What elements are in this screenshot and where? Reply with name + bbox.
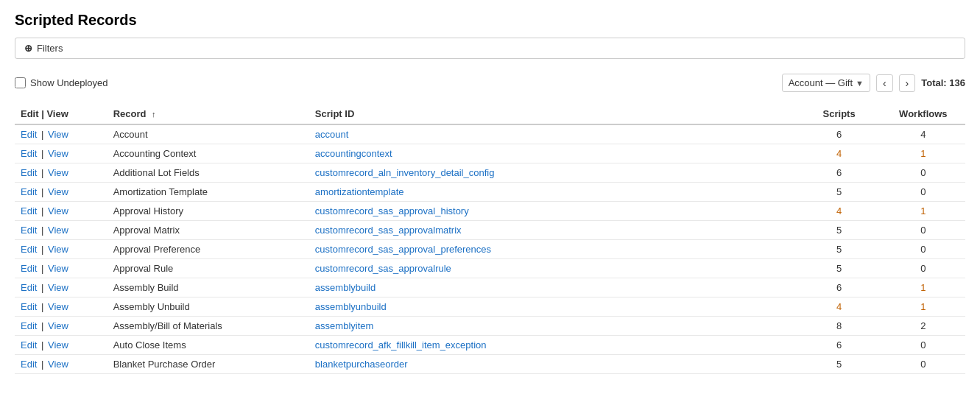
cell-scripts: 4 — [797, 144, 881, 163]
scripts-link[interactable]: 4 — [836, 301, 842, 312]
script-id-link[interactable]: assemblyunbuild — [315, 301, 387, 312]
cell-workflows: 0 — [881, 336, 965, 355]
filters-bar[interactable]: ⊕ Filters — [15, 38, 965, 59]
view-link[interactable]: View — [48, 282, 68, 293]
cell-record: Approval Rule — [107, 259, 309, 278]
script-id-link[interactable]: customrecord_aln_inventory_detail_config — [315, 167, 495, 178]
table-row: Edit | ViewAssembly Buildassemblybuild61 — [15, 278, 965, 297]
edit-link[interactable]: Edit — [21, 359, 37, 370]
col-header-scripts: Scripts — [797, 104, 881, 124]
sort-asc-icon: ↑ — [152, 110, 156, 119]
script-id-link[interactable]: customrecord_sas_approval_preferences — [315, 244, 491, 255]
edit-link[interactable]: Edit — [21, 205, 37, 216]
pipe-separator: | — [38, 148, 46, 159]
toolbar-right: Account — Gift ▼ ‹ › Total: 136 — [782, 74, 965, 92]
edit-link[interactable]: Edit — [21, 244, 37, 255]
table-row: Edit | ViewAssembly Unbuildassemblyunbui… — [15, 297, 965, 317]
view-link[interactable]: View — [48, 263, 68, 274]
pipe-separator: | — [38, 186, 46, 197]
view-link[interactable]: View — [48, 129, 68, 140]
pipe-separator: | — [38, 205, 46, 216]
view-link[interactable]: View — [48, 148, 68, 159]
script-id-link[interactable]: customrecord_afk_fillkill_item_exception — [315, 339, 487, 351]
pipe-separator: | — [38, 129, 46, 140]
table-row: Edit | ViewApproval Matrixcustomrecord_s… — [15, 221, 965, 240]
edit-link[interactable]: Edit — [21, 129, 37, 140]
table-row: Edit | ViewAccountaccount64 — [15, 124, 965, 144]
edit-link[interactable]: Edit — [21, 186, 37, 197]
cell-script-id: account — [309, 124, 797, 144]
view-link[interactable]: View — [48, 359, 68, 370]
view-link[interactable]: View — [48, 244, 68, 255]
cell-script-id: blanketpurchaseorder — [309, 355, 797, 374]
cell-scripts: 6 — [797, 278, 881, 297]
scripts-link[interactable]: 4 — [836, 205, 842, 216]
range-selector[interactable]: Account — Gift ▼ — [782, 74, 870, 92]
edit-link[interactable]: Edit — [21, 320, 37, 331]
next-button[interactable]: › — [899, 74, 916, 92]
script-id-link[interactable]: assemblybuild — [315, 282, 376, 293]
cell-scripts: 4 — [797, 202, 881, 221]
workflows-link[interactable]: 1 — [920, 301, 926, 312]
cell-scripts: 4 — [797, 297, 881, 317]
cell-workflows: 0 — [881, 163, 965, 183]
scripts-link[interactable]: 4 — [836, 148, 842, 159]
workflows-link[interactable]: 1 — [920, 148, 926, 159]
cell-scripts: 6 — [797, 163, 881, 183]
cell-edit-view: Edit | View — [15, 240, 107, 259]
cell-workflows: 0 — [881, 259, 965, 278]
cell-record: Amortization Template — [107, 183, 309, 202]
script-id-link[interactable]: customrecord_sas_approvalmatrix — [315, 225, 462, 236]
view-link[interactable]: View — [48, 205, 68, 216]
script-id-link[interactable]: accountingcontext — [315, 148, 392, 159]
cell-record: Approval History — [107, 202, 309, 221]
script-id-link[interactable]: amortizationtemplate — [315, 186, 404, 197]
cell-scripts: 5 — [797, 355, 881, 374]
prev-button[interactable]: ‹ — [876, 74, 893, 92]
view-link[interactable]: View — [48, 225, 68, 236]
cell-record: Auto Close Items — [107, 336, 309, 355]
dropdown-arrow-icon: ▼ — [856, 79, 864, 88]
edit-link[interactable]: Edit — [21, 263, 37, 274]
edit-link[interactable]: Edit — [21, 225, 37, 236]
table-header-row: Edit | View Record ↑ Script ID Scripts W… — [15, 104, 965, 124]
table-row: Edit | ViewAmortization Templateamortiza… — [15, 183, 965, 202]
table-row: Edit | ViewAssembly/Bill of Materialsass… — [15, 317, 965, 336]
cell-script-id: assemblybuild — [309, 278, 797, 297]
view-link[interactable]: View — [48, 301, 68, 312]
script-id-link[interactable]: customrecord_sas_approvalrule — [315, 263, 451, 274]
range-label: Account — Gift — [789, 77, 853, 88]
view-link[interactable]: View — [48, 167, 68, 178]
script-id-link[interactable]: account — [315, 129, 349, 140]
workflows-link[interactable]: 1 — [920, 205, 926, 216]
view-link[interactable]: View — [48, 320, 68, 331]
edit-link[interactable]: Edit — [21, 148, 37, 159]
cell-scripts: 5 — [797, 221, 881, 240]
cell-workflows: 0 — [881, 221, 965, 240]
view-link[interactable]: View — [48, 339, 68, 351]
show-undeployed-checkbox[interactable] — [15, 77, 26, 88]
script-id-link[interactable]: customrecord_sas_approval_history — [315, 205, 469, 216]
script-id-link[interactable]: assemblyitem — [315, 320, 373, 331]
cell-edit-view: Edit | View — [15, 259, 107, 278]
col-header-workflows: Workflows — [881, 104, 965, 124]
script-id-link[interactable]: blanketpurchaseorder — [315, 359, 408, 370]
workflows-link[interactable]: 1 — [920, 282, 926, 293]
edit-link[interactable]: Edit — [21, 167, 37, 178]
edit-link[interactable]: Edit — [21, 282, 37, 293]
pipe-separator: | — [38, 282, 46, 293]
table-row: Edit | ViewAccounting Contextaccountingc… — [15, 144, 965, 163]
edit-link[interactable]: Edit — [21, 301, 37, 312]
page-container: Scripted Records ⊕ Filters Show Undeploy… — [0, 0, 980, 405]
cell-record: Approval Preference — [107, 240, 309, 259]
cell-record: Blanket Purchase Order — [107, 355, 309, 374]
cell-script-id: customrecord_aln_inventory_detail_config — [309, 163, 797, 183]
show-undeployed-label: Show Undeployed — [30, 77, 108, 88]
view-link[interactable]: View — [48, 186, 68, 197]
col-header-record: Record ↑ — [107, 104, 309, 124]
cell-edit-view: Edit | View — [15, 163, 107, 183]
edit-link[interactable]: Edit — [21, 339, 37, 351]
cell-workflows: 4 — [881, 124, 965, 144]
cell-edit-view: Edit | View — [15, 355, 107, 374]
cell-record: Assembly Unbuild — [107, 297, 309, 317]
